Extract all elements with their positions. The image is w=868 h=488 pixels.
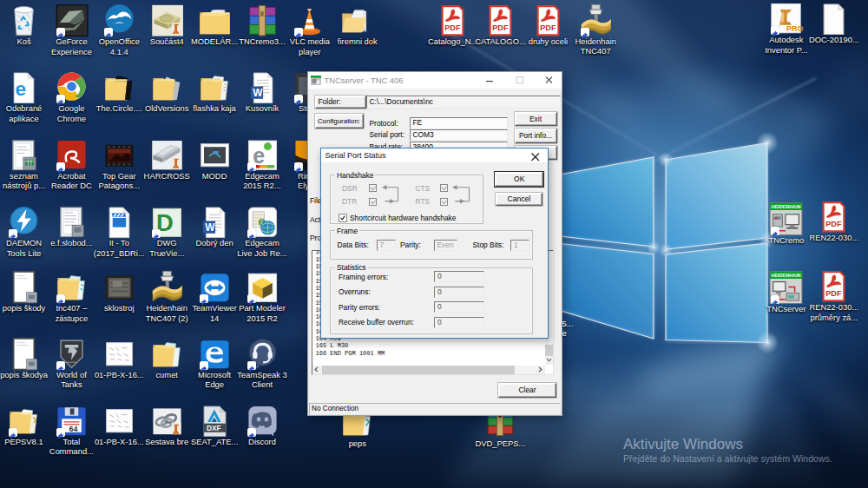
svg-text:DXF: DXF	[207, 423, 221, 432]
svg-text:HEIDENHAIN: HEIDENHAIN	[772, 203, 801, 208]
svg-text:PDF: PDF	[826, 289, 843, 298]
svg-text:64: 64	[69, 424, 77, 432]
svg-text:e: e	[15, 78, 26, 100]
svg-text:W: W	[253, 87, 263, 99]
svg-text:PDF: PDF	[540, 23, 556, 32]
svg-text:PRO: PRO	[786, 24, 803, 33]
svg-text:PDF: PDF	[444, 23, 461, 32]
svg-text:PDF: PDF	[492, 23, 509, 32]
svg-text:W: W	[205, 221, 215, 234]
svg-text:HEIDENHAIN: HEIDENHAIN	[772, 273, 801, 278]
svg-text:PDF: PDF	[826, 220, 843, 228]
